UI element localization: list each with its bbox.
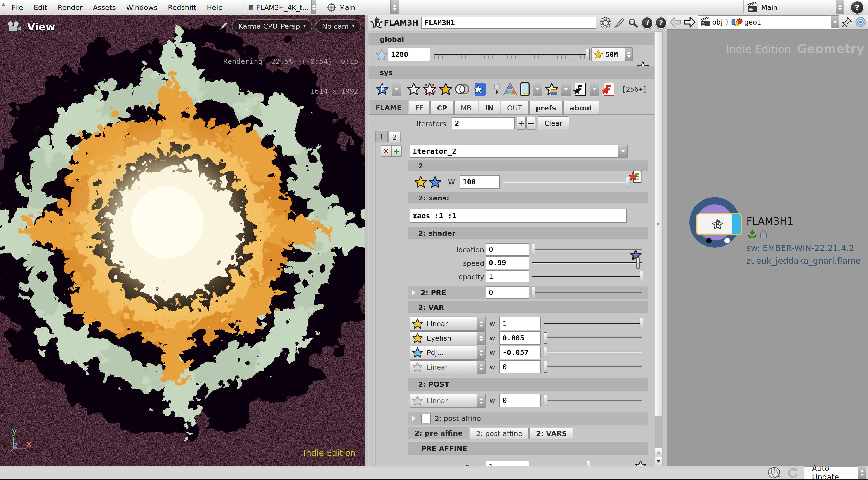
param-help-icon[interactable]: ? xyxy=(655,17,667,29)
shot-spinner[interactable] xyxy=(391,0,399,14)
clear-button[interactable]: Clear xyxy=(537,116,569,130)
node-flag-column[interactable] xyxy=(698,214,703,234)
scroll-up-button[interactable] xyxy=(655,448,662,457)
search-icon[interactable] xyxy=(627,17,639,29)
pencil-icon[interactable] xyxy=(218,21,228,31)
sys-bw-circles-icon[interactable] xyxy=(455,82,469,96)
network-path[interactable]: obj geo1 xyxy=(698,15,839,29)
samples-dropdown[interactable]: 50M xyxy=(591,47,633,61)
shelf-collapse-icon[interactable] xyxy=(1,3,5,6)
var3-weight-slider[interactable] xyxy=(544,346,642,359)
tab-flame[interactable]: FLAME xyxy=(369,100,408,114)
tab-out[interactable]: OUT xyxy=(501,101,529,114)
post-type-dropdown[interactable]: Linear xyxy=(410,394,486,408)
shader-section-header[interactable]: 2: shader xyxy=(408,227,648,239)
take-selector[interactable]: Main xyxy=(743,0,844,14)
menu-file[interactable]: File xyxy=(6,3,29,11)
menu-windows[interactable]: Windows xyxy=(121,3,162,11)
density-star-icon[interactable] xyxy=(375,48,388,61)
xaos-field[interactable] xyxy=(410,209,627,223)
var1-weight-field[interactable] xyxy=(499,317,541,330)
sys-palette-card-icon[interactable] xyxy=(520,82,530,96)
pin-icon[interactable] xyxy=(841,16,852,28)
menu-redshift[interactable]: Redshift xyxy=(163,3,202,11)
tab-vars[interactable]: 2: VARS xyxy=(529,427,574,439)
var3-type-dropdown[interactable]: Pdj... xyxy=(410,346,486,359)
weight-field[interactable] xyxy=(460,175,500,188)
location-slider[interactable] xyxy=(532,243,642,256)
path-dropdown[interactable] xyxy=(831,16,839,29)
xaos-section-header[interactable]: 2: xaos: xyxy=(408,192,648,203)
shot-selector[interactable]: Main xyxy=(323,0,399,14)
info-icon[interactable]: i xyxy=(641,17,653,29)
post-affine-checkbox[interactable] xyxy=(421,414,431,423)
sys-star-white-icon[interactable] xyxy=(407,82,421,96)
var2-weight-field[interactable] xyxy=(499,332,541,345)
scroll-down-button[interactable] xyxy=(655,457,662,466)
gear-icon[interactable] xyxy=(600,17,611,29)
node-input-dot[interactable] xyxy=(706,238,712,243)
network-editor[interactable]: obj geo1 Indie Edition Geometry xyxy=(667,15,868,466)
post-section-header[interactable]: 2: POST xyxy=(408,378,648,391)
sys-dropdown-4[interactable] xyxy=(590,82,599,96)
var2-type-dropdown[interactable]: Eyefish xyxy=(410,331,486,345)
iterator-tab-1[interactable]: 1 xyxy=(375,131,388,142)
post-weight-field[interactable] xyxy=(499,394,541,407)
update-mode-spinner[interactable] xyxy=(858,467,866,479)
post-weight-slider[interactable] xyxy=(544,394,642,407)
var2-weight-slider[interactable] xyxy=(544,331,642,344)
sys-flame-red-icon[interactable] xyxy=(602,82,616,96)
menu-render[interactable]: Render xyxy=(53,3,88,11)
sys-dropdown-1[interactable] xyxy=(392,82,401,96)
var1-type-dropdown[interactable]: Linear xyxy=(410,317,486,331)
target-icon[interactable] xyxy=(855,16,866,28)
breadcrumb-obj[interactable]: obj xyxy=(712,18,723,26)
take-spinner[interactable] xyxy=(836,0,844,14)
tab-ff[interactable]: FF xyxy=(409,101,430,114)
flam3h-node-icon[interactable] xyxy=(370,15,383,30)
desktop-selector[interactable]: FLAM3H_4K_t... xyxy=(245,0,316,14)
scale-slider[interactable] xyxy=(532,460,631,466)
node-display-flag[interactable] xyxy=(732,214,741,234)
pre-affine-section-header[interactable]: PRE AFFINE xyxy=(408,442,648,455)
breadcrumb-geo1[interactable]: geo1 xyxy=(744,18,761,26)
location-field[interactable] xyxy=(486,243,529,255)
opacity-slider[interactable] xyxy=(532,270,642,283)
tab-post-affine[interactable]: 2: post affine xyxy=(470,427,529,439)
sys-dropdown-2[interactable] xyxy=(532,82,542,96)
memory-brain-icon[interactable] xyxy=(767,467,781,479)
sys-cursor-icon[interactable] xyxy=(493,83,501,95)
sys-flame-doc-icon[interactable] xyxy=(473,82,487,96)
density-slider[interactable] xyxy=(434,48,588,61)
refresh-icon[interactable] xyxy=(786,467,799,479)
pane-divider[interactable] xyxy=(365,15,368,466)
menu-help[interactable]: Help xyxy=(202,3,228,11)
update-mode-selector[interactable]: Auto Update xyxy=(804,467,866,479)
pre-field[interactable] xyxy=(486,286,529,299)
weight-slider[interactable] xyxy=(503,175,628,188)
flam3h-node[interactable] xyxy=(696,213,742,235)
sys-flame-dark-icon[interactable] xyxy=(573,82,587,96)
post-affine-collapse-row[interactable]: 2: post affine xyxy=(408,412,648,425)
sys-star-rainbow-icon[interactable] xyxy=(545,82,559,96)
density-field[interactable] xyxy=(388,48,430,61)
iterator-name-field[interactable] xyxy=(410,145,618,158)
node-name-input[interactable] xyxy=(421,17,596,29)
speed-slider[interactable] xyxy=(532,256,642,269)
var4-weight-field[interactable] xyxy=(499,361,541,373)
params-scrollbar[interactable] xyxy=(655,31,663,466)
tab-in[interactable]: IN xyxy=(478,101,500,114)
var1-weight-slider[interactable] xyxy=(544,317,642,330)
nav-forward-icon[interactable] xyxy=(684,16,696,28)
delete-iterator-button[interactable]: ✕ xyxy=(381,145,391,157)
renderer-selector[interactable]: Karma CPU Persp xyxy=(232,20,312,33)
sys-sierpinski-icon[interactable] xyxy=(503,82,517,96)
menu-assets[interactable]: Assets xyxy=(88,3,121,11)
desktop-spinner[interactable] xyxy=(311,0,316,14)
iterator-section-header[interactable]: 2 xyxy=(408,160,648,171)
var3-weight-field[interactable] xyxy=(499,346,541,359)
remove-iterator-button[interactable]: − xyxy=(526,117,535,130)
duplicate-iterator-button[interactable]: + xyxy=(391,145,402,157)
iterators-field[interactable] xyxy=(452,117,515,129)
tab-mb[interactable]: MB xyxy=(454,101,478,114)
